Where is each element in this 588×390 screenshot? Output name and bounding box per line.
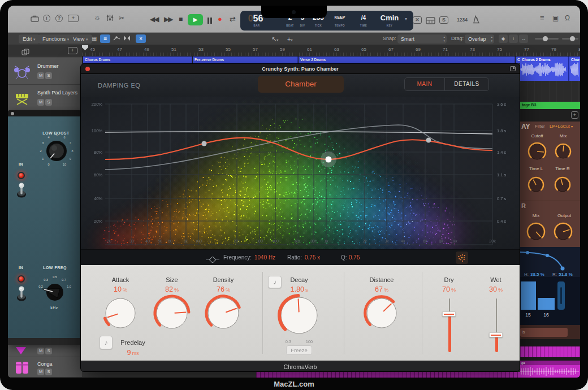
rewind-icon[interactable]: ◀◀ <box>150 15 158 23</box>
editor-icon[interactable]: ≣ <box>100 34 110 43</box>
track-row-drummer[interactable]: Drummer MS <box>8 58 82 85</box>
bar-slider[interactable] <box>557 281 565 310</box>
region-clip[interactable]: Pre-verse Drums <box>193 57 298 63</box>
conga-region[interactable]: ga <box>520 361 580 378</box>
lcd-key-chevron-icon[interactable]: ▾ <box>405 16 407 21</box>
ruler-bar-number[interactable]: 55 <box>226 47 231 52</box>
predelay-value[interactable]: 9ms <box>113 349 153 357</box>
dial-icon[interactable]: ☼ <box>94 14 101 21</box>
zoom-slider-horizontal[interactable] <box>562 38 578 40</box>
ruler-bar-number[interactable]: 67 <box>388 47 394 52</box>
pointer-tool-icon[interactable]: ↖▾ <box>271 35 278 44</box>
ruler-bar-number[interactable]: 61 <box>307 47 312 52</box>
freeze-button[interactable]: Freeze <box>286 345 312 355</box>
display-icon[interactable]: ▣ <box>552 14 559 22</box>
envelope-handle[interactable] <box>526 251 529 254</box>
forward-icon[interactable]: ▶▶ <box>164 15 172 23</box>
wet-value[interactable]: 30% <box>473 285 518 293</box>
window-dot-icon[interactable] <box>11 112 14 115</box>
time-l-knob[interactable] <box>526 175 546 197</box>
vertical-zoom-icon[interactable]: ↕ <box>509 34 518 43</box>
density-value[interactable]: 76% <box>201 285 246 293</box>
mute-button[interactable]: M <box>37 72 44 79</box>
decay-knob[interactable] <box>276 293 322 340</box>
ratio-value[interactable]: 0.75 x <box>305 254 320 261</box>
distance-knob[interactable] <box>362 294 401 335</box>
list-icon[interactable]: ≡ <box>540 14 544 22</box>
output-knob[interactable] <box>552 221 574 245</box>
play-button[interactable]: ▶ <box>188 14 203 25</box>
cutoff-knob[interactable] <box>526 141 548 164</box>
low-freq-knob[interactable]: 0.20.30.50.71.0 <box>31 273 79 308</box>
tab-details[interactable]: DETAILS <box>444 77 489 91</box>
catch-icon[interactable]: ✕ <box>136 34 146 43</box>
step-bar[interactable] <box>538 298 555 310</box>
envelope-curve[interactable] <box>520 247 580 272</box>
ruler-bar-number[interactable]: 47 <box>117 47 122 52</box>
dry-slider-handle[interactable] <box>442 311 456 317</box>
attack-value[interactable]: 10% <box>98 285 143 293</box>
q-value[interactable]: 0.75 <box>349 254 360 261</box>
envelope-handle[interactable] <box>561 267 565 271</box>
plugin-titlebar[interactable]: Crunchy Synth: Piano Chamber <box>81 64 520 74</box>
track-name[interactable]: Drummer <box>37 63 59 69</box>
region-clip[interactable]: Chorus Drums <box>83 57 192 63</box>
decay-value[interactable]: 1.80s <box>276 285 322 293</box>
zoom-slider-vertical[interactable] <box>535 38 559 40</box>
region-chorus[interactable]: Chor <box>568 57 580 81</box>
magenta-region[interactable] <box>520 346 580 357</box>
levels-icon[interactable] <box>106 14 114 23</box>
solo-button[interactable]: S <box>45 72 52 79</box>
ruler-bar-number[interactable]: 79 <box>551 47 556 52</box>
distance-value[interactable]: 67% <box>359 285 404 293</box>
menu-functions[interactable]: Functions ▾ <box>38 34 73 44</box>
count-in-badge[interactable]: 1234 <box>457 17 468 23</box>
track-name[interactable]: Synth Pad Layers <box>37 90 77 96</box>
scissors-icon[interactable]: ✂ <box>119 14 124 22</box>
predelay-sync-note-button[interactable]: ♪ <box>100 336 113 349</box>
display-add-icon[interactable]: + <box>68 15 79 22</box>
record-icon[interactable]: ● <box>218 15 222 23</box>
horizontal-zoom-icon[interactable]: ↔ <box>519 34 528 43</box>
ruler-bar-number[interactable]: 63 <box>334 47 339 52</box>
toggle-switch[interactable] <box>15 285 28 304</box>
ruler-bar-number[interactable]: 51 <box>171 47 176 52</box>
add-icon[interactable]: + <box>571 111 578 119</box>
automation-icon[interactable] <box>113 35 121 44</box>
track-row-synth-pad[interactable]: Synth Pad Layers MS <box>8 85 82 111</box>
menu-edit[interactable]: Edit ▾ <box>19 34 40 44</box>
pause-icon[interactable] <box>207 16 213 26</box>
metronome-icon[interactable] <box>473 15 481 26</box>
cycle-icon[interactable]: ⇄ <box>230 15 236 23</box>
grid-icon[interactable]: ▦ <box>92 35 97 43</box>
ruler-bar-number[interactable]: 77 <box>524 47 529 52</box>
region-clip[interactable]: Verse 2 Drums <box>299 57 515 63</box>
low-boost-knob[interactable]: 012345678910 <box>37 131 76 171</box>
add-track-icon[interactable]: + <box>68 47 77 54</box>
mute-button[interactable]: M <box>37 99 44 106</box>
solo-icon[interactable]: S <box>439 16 448 24</box>
ruler-bar-number[interactable]: 81 <box>578 47 580 52</box>
ruler-bar-number[interactable]: 45 <box>90 47 95 52</box>
vintage-eq-window[interactable]: LOW BOOST 012345678910 IN IN LOW FREQ 0.… <box>8 110 81 345</box>
ruler-bar-number[interactable]: 73 <box>470 47 475 52</box>
ruler-bar-number[interactable]: 57 <box>253 47 258 52</box>
particle-toggle-button[interactable] <box>456 252 468 264</box>
mute-button[interactable]: M <box>37 348 44 354</box>
time-r-knob[interactable] <box>553 175 572 197</box>
filter-select[interactable]: LP+LoCut ▾ <box>550 124 573 129</box>
piano-icon[interactable] <box>426 16 435 27</box>
room-type-select[interactable]: Chamber <box>258 76 344 93</box>
dry-value[interactable]: 70% <box>426 285 472 293</box>
plus-tool-icon[interactable]: +▾ <box>287 35 292 44</box>
solo-button[interactable]: S <box>45 348 52 354</box>
playhead[interactable] <box>82 45 88 50</box>
ruler-bar-number[interactable]: 71 <box>443 47 448 52</box>
flex-icon[interactable] <box>123 35 131 44</box>
tab-main[interactable]: MAIN <box>404 77 445 91</box>
damping-eq-tab[interactable]: DAMPING EQ <box>98 82 140 89</box>
magenta-region-strip[interactable] <box>256 372 520 378</box>
attack-knob[interactable] <box>101 294 140 335</box>
track-row-shaker[interactable]: MS <box>8 345 82 357</box>
envelope-handle[interactable] <box>546 254 549 257</box>
